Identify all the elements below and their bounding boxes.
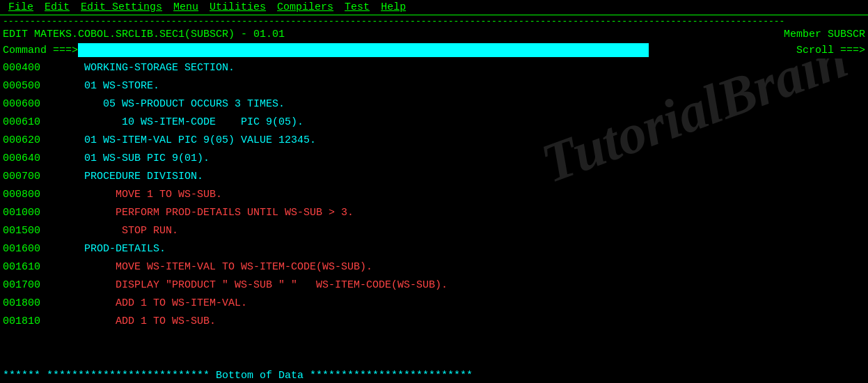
line-number: 001800 bbox=[3, 297, 53, 309]
command-left: Command ===> bbox=[3, 43, 649, 57]
menu-item-edit[interactable]: Edit bbox=[39, 1, 75, 13]
table-row: 001700 DISPLAY "PRODUCT " WS-SUB " " WS-… bbox=[0, 276, 868, 294]
table-row: 001000 PERFORM PROD-DETAILS UNTIL WS-SUB… bbox=[0, 203, 868, 221]
table-row: 001810 ADD 1 TO WS-SUB. bbox=[0, 312, 868, 330]
line-content: DISPLAY "PRODUCT " WS-SUB " " WS-ITEM-CO… bbox=[53, 279, 448, 291]
table-row: 001800 ADD 1 TO WS-ITEM-VAL. bbox=[0, 294, 868, 312]
app: FileEditEdit_SettingsMenuUtilitiesCompil… bbox=[0, 0, 868, 383]
scroll-label: Scroll ===> bbox=[796, 45, 865, 56]
table-row: 000620 01 WS-ITEM-VAL PIC 9(05) VALUE 12… bbox=[0, 131, 868, 149]
line-number: 000610 bbox=[3, 116, 53, 128]
line-content: WORKING-STORAGE SECTION. bbox=[53, 62, 235, 74]
line-number: 000600 bbox=[3, 98, 53, 110]
line-number: 001700 bbox=[3, 279, 53, 291]
table-row: 000800 MOVE 1 TO WS-SUB. bbox=[0, 185, 868, 203]
line-number: 000620 bbox=[3, 134, 53, 146]
line-content: 01 WS-SUB PIC 9(01). bbox=[53, 153, 210, 164]
menu-item-test[interactable]: Test bbox=[339, 1, 375, 13]
line-number: 001610 bbox=[3, 261, 53, 273]
bottom-bar: ****** ************************** Bottom… bbox=[0, 368, 868, 383]
line-content: 10 WS-ITEM-CODE PIC 9(05). bbox=[53, 116, 303, 128]
line-number: 001000 bbox=[3, 207, 53, 219]
line-number: 000640 bbox=[3, 153, 53, 164]
table-row: 000700 PROCEDURE DIVISION. bbox=[0, 167, 868, 185]
title-left: EDIT MATEKS.COBOL.SRCLIB.SEC1(SUBSCR) - … bbox=[3, 29, 285, 40]
line-content: ADD 1 TO WS-SUB. bbox=[53, 315, 216, 327]
line-content: PERFORM PROD-DETAILS UNTIL WS-SUB > 3. bbox=[53, 207, 354, 219]
line-number: 001810 bbox=[3, 315, 53, 327]
menu-item-compilers[interactable]: Compilers bbox=[271, 1, 339, 13]
line-number: 000700 bbox=[3, 171, 53, 182]
line-content: PROD-DETAILS. bbox=[53, 243, 166, 255]
table-row: 000600 05 WS-PRODUCT OCCURS 3 TIMES. bbox=[0, 95, 868, 113]
line-content: 05 WS-PRODUCT OCCURS 3 TIMES. bbox=[53, 98, 285, 110]
line-content: 01 WS-STORE. bbox=[53, 80, 159, 92]
command-bar: Command ===> Scroll ===> bbox=[0, 42, 868, 58]
line-content: 01 WS-ITEM-VAL PIC 9(05) VALUE 12345. bbox=[53, 134, 316, 146]
command-input[interactable] bbox=[78, 43, 649, 57]
separator: ----------------------------------------… bbox=[0, 15, 868, 27]
line-number: 001500 bbox=[3, 225, 53, 237]
menu-item-file[interactable]: File bbox=[3, 1, 39, 13]
line-number: 001600 bbox=[3, 243, 53, 255]
menu-item-help[interactable]: Help bbox=[375, 1, 411, 13]
line-content: ADD 1 TO WS-ITEM-VAL. bbox=[53, 297, 247, 309]
table-row: 000640 01 WS-SUB PIC 9(01). bbox=[0, 149, 868, 167]
line-content: MOVE WS-ITEM-VAL TO WS-ITEM-CODE(WS-SUB)… bbox=[53, 261, 372, 273]
line-content: MOVE 1 TO WS-SUB. bbox=[53, 189, 222, 201]
code-lines: 000400 WORKING-STORAGE SECTION.000500 01… bbox=[0, 58, 868, 330]
title-bar: EDIT MATEKS.COBOL.SRCLIB.SEC1(SUBSCR) - … bbox=[0, 27, 868, 42]
table-row: 000500 01 WS-STORE. bbox=[0, 77, 868, 95]
menu-item-edit_settings[interactable]: Edit_Settings bbox=[75, 1, 168, 13]
line-content: STOP RUN. bbox=[53, 225, 178, 237]
table-row: 001610 MOVE WS-ITEM-VAL TO WS-ITEM-CODE(… bbox=[0, 258, 868, 276]
line-content: PROCEDURE DIVISION. bbox=[53, 171, 203, 182]
menubar: FileEditEdit_SettingsMenuUtilitiesCompil… bbox=[0, 0, 868, 15]
line-number: 000400 bbox=[3, 62, 53, 74]
table-row: 000400 WORKING-STORAGE SECTION. bbox=[0, 58, 868, 77]
line-number: 000800 bbox=[3, 189, 53, 201]
command-label: Command ===> bbox=[3, 45, 78, 56]
table-row: 000610 10 WS-ITEM-CODE PIC 9(05). bbox=[0, 113, 868, 131]
table-row: 001500 STOP RUN. bbox=[0, 221, 868, 240]
menu-item-menu[interactable]: Menu bbox=[168, 1, 204, 13]
title-right: Member SUBSCR bbox=[784, 29, 865, 40]
table-row: 001600 PROD-DETAILS. bbox=[0, 240, 868, 258]
menu-item-utilities[interactable]: Utilities bbox=[204, 1, 271, 13]
line-number: 000500 bbox=[3, 80, 53, 92]
editor-area: TutorialBrain 000400 WORKING-STORAGE SEC… bbox=[0, 58, 868, 368]
